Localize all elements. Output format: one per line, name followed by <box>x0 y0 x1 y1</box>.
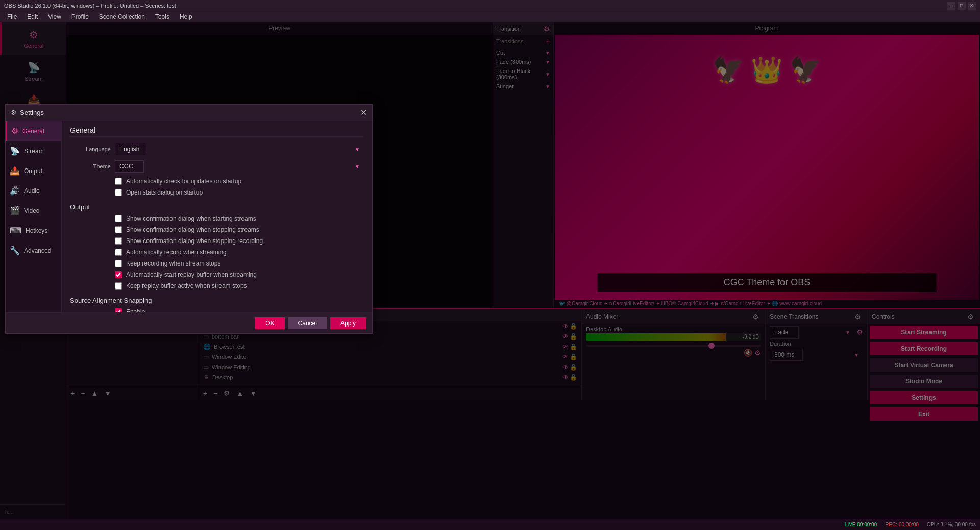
menu-edit[interactable]: Edit <box>22 12 43 21</box>
checkbox-confirm-start[interactable] <box>115 215 122 222</box>
menu-tools[interactable]: Tools <box>150 12 175 21</box>
dialog-nav-stream[interactable]: 📡 Stream <box>6 141 61 161</box>
dialog-title: ⚙ Settings <box>11 109 44 116</box>
checkbox-auto-replay-row: Automatically start replay buffer when s… <box>70 271 364 278</box>
dialog-nav-hotkeys[interactable]: ⌨ Hotkeys <box>6 221 61 240</box>
titlebar: OBS Studio 26.1.0 (64-bit, windows) – Pr… <box>0 0 980 11</box>
dialog-nav-video-label: Video <box>24 207 39 214</box>
dialog-nav-general[interactable]: ⚙ General <box>6 121 61 141</box>
checkbox-enable-snap-label: Enable <box>126 308 145 312</box>
dialog-nav-stream-icon: 📡 <box>10 146 20 156</box>
status-cpu: CPU: 3.1%, 30.00 fps <box>927 522 976 527</box>
checkbox-auto-replay[interactable] <box>115 271 122 278</box>
checkbox-auto-replay-label: Automatically start replay buffer when s… <box>126 271 257 278</box>
dialog-nav-advanced[interactable]: 🔧 Advanced <box>6 240 61 260</box>
language-select-wrap: English French German <box>115 143 364 155</box>
checkbox-auto-record[interactable] <box>115 249 122 256</box>
language-row: Language English French German <box>70 143 364 155</box>
dialog-footer: OK Cancel Apply <box>6 312 372 333</box>
checkbox-confirm-stop-streams[interactable] <box>115 226 122 233</box>
dialog-nav-output[interactable]: 📤 Output <box>6 161 61 181</box>
dialog-titlebar: ⚙ Settings ✕ <box>6 105 372 121</box>
language-select[interactable]: English French German <box>115 143 146 155</box>
menu-help[interactable]: Help <box>175 12 198 21</box>
minimize-button[interactable]: — <box>947 2 955 10</box>
dialog-nav-advanced-label: Advanced <box>24 247 51 254</box>
menu-profile[interactable]: Profile <box>66 12 94 21</box>
dialog-ok-button[interactable]: OK <box>255 317 284 329</box>
status-live: LIVE 00:00:00 <box>845 522 877 527</box>
checkbox-auto-record-label: Automatically record when streaming <box>126 249 227 256</box>
checkbox-auto-updates-row: Automatically check for updates on start… <box>70 178 364 185</box>
dialog-nav-audio-icon: 🔊 <box>10 186 20 196</box>
checkbox-confirm-stop-rec-label: Show confirmation dialog when stopping r… <box>126 237 263 245</box>
dialog-title-text: Settings <box>20 109 44 116</box>
checkbox-keep-replay[interactable] <box>115 282 122 290</box>
theme-select-wrap: CGC Default Dark <box>115 160 364 173</box>
dialog-nav-advanced-icon: 🔧 <box>10 246 20 255</box>
dialog-nav-general-icon: ⚙ <box>11 126 18 136</box>
dialog-nav-audio-label: Audio <box>24 187 40 195</box>
menu-view[interactable]: View <box>43 12 66 21</box>
checkbox-confirm-stop-rec-row: Show confirmation dialog when stopping r… <box>70 237 364 245</box>
statusbar: LIVE 00:00:00 REC: 00:00:00 CPU: 3.1%, 3… <box>0 519 980 530</box>
snapping-section-title: Source Alignment Snapping <box>70 297 364 304</box>
theme-select[interactable]: CGC Default Dark <box>115 160 144 173</box>
menu-scene-collection[interactable]: Scene Collection <box>94 12 150 21</box>
dialog-nav-output-icon: 📤 <box>10 166 20 176</box>
dialog-nav-stream-label: Stream <box>24 148 44 155</box>
checkbox-auto-record-row: Automatically record when streaming <box>70 249 364 256</box>
menu-file[interactable]: File <box>2 12 22 21</box>
checkbox-auto-updates[interactable] <box>115 178 122 185</box>
checkbox-enable-snap-row: Enable <box>70 308 364 312</box>
theme-label: Theme <box>70 163 111 170</box>
settings-gear-icon: ⚙ <box>11 109 17 116</box>
maximize-button[interactable]: □ <box>958 2 966 10</box>
close-window-button[interactable]: ✕ <box>968 2 976 10</box>
dialog-content: General Language English French German T… <box>62 121 372 312</box>
dialog-nav-output-label: Output <box>24 167 42 175</box>
dialog-cancel-button[interactable]: Cancel <box>288 317 327 329</box>
dialog-section-general: General <box>70 126 364 137</box>
dialog-nav-video-icon: 🎬 <box>10 206 20 215</box>
theme-row: Theme CGC Default Dark <box>70 160 364 173</box>
checkbox-keep-replay-label: Keep replay buffer active when stream st… <box>126 282 247 290</box>
checkbox-keep-recording-row: Keep recording when stream stops <box>70 260 364 267</box>
checkbox-confirm-start-row: Show confirmation dialog when starting s… <box>70 215 364 222</box>
dialog-apply-button[interactable]: Apply <box>330 317 366 329</box>
output-section-title: Output <box>70 203 364 211</box>
titlebar-controls: — □ ✕ <box>947 2 976 10</box>
menubar: File Edit View Profile Scene Collection … <box>0 11 980 22</box>
checkbox-enable-snap[interactable] <box>115 308 122 312</box>
dialog-close-button[interactable]: ✕ <box>360 108 367 117</box>
dialog-nav-hotkeys-icon: ⌨ <box>10 226 21 235</box>
checkbox-confirm-start-label: Show confirmation dialog when starting s… <box>126 215 256 222</box>
dialog-sidebar: ⚙ General 📡 Stream 📤 Output 🔊 Audio 🎬 <box>6 121 62 312</box>
checkbox-keep-recording-label: Keep recording when stream stops <box>126 260 220 267</box>
checkbox-keep-replay-row: Keep replay buffer active when stream st… <box>70 282 364 290</box>
settings-dialog: ⚙ Settings ✕ ⚙ General 📡 Stream 📤 Output <box>5 104 373 334</box>
checkbox-open-stats-row: Open stats dialog on startup <box>70 189 364 196</box>
checkbox-open-stats[interactable] <box>115 189 122 196</box>
titlebar-title: OBS Studio 26.1.0 (64-bit, windows) – Pr… <box>4 3 176 9</box>
status-rec: REC: 00:00:00 <box>885 522 919 527</box>
checkbox-open-stats-label: Open stats dialog on startup <box>126 189 203 196</box>
dialog-body: ⚙ General 📡 Stream 📤 Output 🔊 Audio 🎬 <box>6 121 372 312</box>
dialog-nav-hotkeys-label: Hotkeys <box>26 227 47 234</box>
dialog-nav-general-label: General <box>22 128 44 135</box>
checkbox-confirm-stop-streams-row: Show confirmation dialog when stopping s… <box>70 226 364 233</box>
checkbox-auto-updates-label: Automatically check for updates on start… <box>126 178 241 185</box>
dialog-nav-audio[interactable]: 🔊 Audio <box>6 181 61 201</box>
checkbox-confirm-stop-rec[interactable] <box>115 237 122 245</box>
checkbox-confirm-stop-streams-label: Show confirmation dialog when stopping s… <box>126 226 259 233</box>
language-label: Language <box>70 146 111 152</box>
settings-dialog-overlay: ⚙ Settings ✕ ⚙ General 📡 Stream 📤 Output <box>0 22 980 519</box>
checkbox-keep-recording[interactable] <box>115 260 122 267</box>
dialog-nav-video[interactable]: 🎬 Video <box>6 201 61 221</box>
